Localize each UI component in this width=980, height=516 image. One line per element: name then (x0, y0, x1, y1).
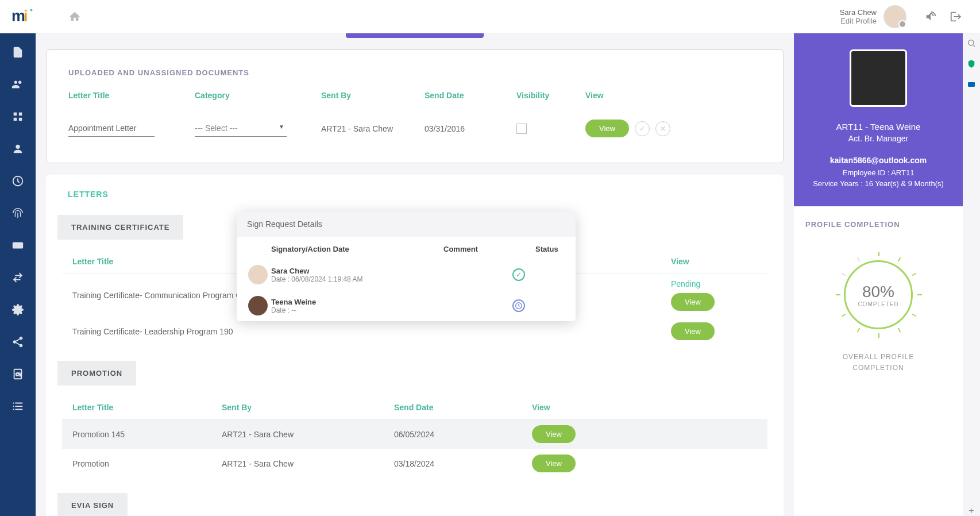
nav-share-icon[interactable] (10, 334, 25, 349)
svg-rect-9 (13, 242, 23, 249)
svg-point-17 (969, 40, 974, 45)
top-bar: mi Sara Chew Edit Profile (0, 0, 980, 33)
popover-title: Sign Request Details (237, 211, 576, 237)
svg-point-12 (13, 340, 17, 344)
visibility-checkbox[interactable] (516, 124, 527, 134)
send-date-cell: 03/31/2016 (425, 124, 505, 133)
outlook-icon[interactable] (966, 79, 977, 90)
signatory-name: Sara Chew (271, 267, 420, 275)
tab-training-certificate[interactable]: TRAINING CERTIFICATE (57, 215, 183, 240)
view-button[interactable]: View (671, 322, 715, 340)
svg-rect-4 (19, 113, 22, 116)
nav-profile-icon[interactable] (10, 141, 25, 156)
category-select[interactable]: --- Select --- (195, 120, 287, 137)
promo-sentby: ART21 - Sara Chew (222, 459, 394, 468)
signatory-row: Teena Weine Date : -- (237, 290, 576, 321)
signatory-avatar (248, 296, 268, 315)
view-button[interactable]: View (532, 425, 576, 443)
signatory-date: Date : -- (271, 306, 420, 314)
app-logo[interactable]: mi (11, 6, 39, 27)
promo-row: Promotion ART21 - Sara Chew 03/18/2024 V… (62, 449, 767, 478)
col-view: View (585, 91, 761, 100)
reject-icon[interactable]: ✕ (655, 121, 670, 136)
view-button[interactable]: View (585, 120, 629, 137)
status-done-icon: ✓ (512, 268, 525, 281)
nav-settings-icon[interactable] (10, 302, 25, 317)
col-visibility: Visibility (516, 91, 574, 100)
nav-card-icon[interactable] (10, 238, 25, 253)
pending-status-link[interactable]: Pending (671, 279, 700, 288)
completion-card: PROFILE COMPLETION 80% COMPLETED O (794, 206, 963, 516)
nav-swap-icon[interactable] (10, 270, 25, 285)
user-info: Sara Chew Edit Profile (840, 8, 877, 25)
signatory-date: Date : 06/08/2024 1:19:48 AM (271, 275, 420, 283)
profile-name: ART11 - Teena Weine (805, 122, 951, 132)
profile-emp-id: Employee ID : ART11 (805, 168, 951, 177)
svg-rect-18 (968, 82, 975, 87)
profile-email: kaitan5866@outlook.com (805, 156, 951, 165)
side-navigation: CV (0, 33, 36, 516)
promo-row: Promotion 145 ART21 - Sara Chew 06/05/20… (62, 419, 767, 449)
signatory-row: Sara Chew Date : 06/08/2024 1:19:48 AM ✓ (237, 259, 576, 290)
tab-evia-sign[interactable]: EVIA SIGN (57, 493, 128, 516)
promo-col-date: Send Date (394, 403, 532, 412)
svg-point-13 (20, 344, 23, 348)
svg-text:CV: CV (16, 372, 21, 377)
promo-date: 03/18/2024 (394, 459, 532, 468)
svg-rect-6 (19, 118, 22, 121)
letter-title-input[interactable] (68, 120, 155, 137)
promo-title: Promotion 145 (72, 430, 222, 439)
nav-document-icon[interactable] (10, 45, 25, 60)
nav-fingerprint-icon[interactable] (10, 206, 25, 221)
uploaded-documents-card: UPLOADED AND UNASSIGNED DOCUMENTS Letter… (46, 49, 784, 163)
nav-cv-icon[interactable]: CV (10, 367, 25, 382)
profile-service: Service Years : 16 Year(s) & 9 Month(s) (805, 179, 951, 188)
nav-org-icon[interactable] (10, 109, 25, 124)
sign-request-popover: Sign Request Details Signatory/Action Da… (237, 211, 576, 321)
logout-icon[interactable] (949, 10, 963, 24)
main-content: UPLOADED AND UNASSIGNED DOCUMENTS Letter… (36, 33, 794, 516)
col-category: Category (195, 91, 310, 100)
signatory-name: Teena Weine (271, 298, 420, 306)
plus-icon[interactable]: + (966, 506, 977, 516)
profile-role: Act. Br. Manager (805, 134, 951, 143)
nav-list-icon[interactable] (10, 399, 25, 414)
profile-header: ART11 - Teena Weine Act. Br. Manager kai… (794, 33, 963, 206)
purple-accent (346, 33, 484, 38)
training-col-view: View (671, 257, 757, 266)
col-send-date: Send Date (425, 91, 505, 100)
announcement-icon[interactable] (924, 10, 937, 24)
popover-col-comment: Comment (443, 245, 535, 253)
far-right-bar: + (963, 33, 980, 516)
search-icon[interactable] (966, 38, 977, 48)
nav-time-icon[interactable] (10, 174, 25, 188)
signatory-avatar (248, 265, 268, 284)
svg-rect-5 (14, 118, 17, 121)
promo-sentby: ART21 - Sara Chew (222, 430, 394, 439)
doc-row: --- Select --- ART21 - Sara Chew 03/31/2… (68, 111, 761, 145)
view-button[interactable]: View (532, 455, 576, 472)
shield-icon[interactable] (966, 59, 977, 69)
completion-sub2: COMPLETION (805, 363, 951, 373)
current-user-name: Sara Chew (840, 8, 877, 17)
completion-gauge: 80% COMPLETED (835, 252, 921, 338)
promo-col-sentby: Sent By (222, 403, 394, 412)
tab-promotion[interactable]: PROMOTION (57, 361, 136, 386)
svg-point-11 (20, 337, 23, 340)
home-button[interactable] (62, 4, 87, 29)
approve-icon[interactable]: ✓ (635, 121, 650, 136)
completion-percent: 80% (862, 283, 894, 301)
col-letter-title: Letter Title (68, 91, 183, 100)
profile-photo (850, 49, 907, 107)
promo-title: Promotion (72, 459, 222, 468)
popover-col-signatory: Signatory/Action Date (271, 245, 443, 253)
sent-by-cell: ART21 - Sara Chew (321, 124, 413, 133)
user-avatar[interactable] (883, 5, 906, 28)
svg-point-7 (16, 145, 20, 149)
popover-col-status: Status (535, 245, 581, 253)
view-button[interactable]: View (671, 293, 715, 311)
nav-people-icon[interactable] (10, 77, 25, 92)
col-sent-by: Sent By (321, 91, 413, 100)
edit-profile-link[interactable]: Edit Profile (840, 17, 877, 25)
completion-label: COMPLETED (858, 301, 898, 307)
